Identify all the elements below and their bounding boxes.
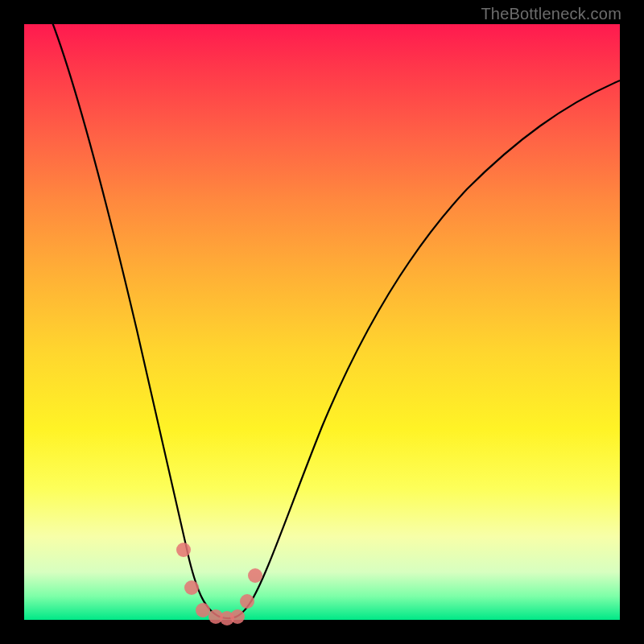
data-marker — [240, 594, 254, 609]
data-marker — [248, 568, 262, 583]
curve-path — [48, 12, 620, 618]
bottleneck-curve — [24, 24, 620, 620]
data-marker — [196, 603, 210, 617]
data-marker — [176, 543, 191, 557]
data-marker — [184, 580, 199, 595]
data-marker — [230, 609, 245, 624]
plot-area — [24, 24, 620, 620]
chart-frame: TheBottleneck.com — [0, 0, 644, 644]
watermark-text: TheBottleneck.com — [481, 5, 621, 23]
